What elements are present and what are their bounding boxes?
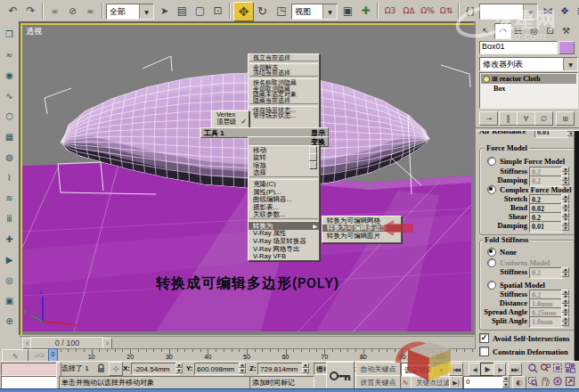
parameter-field[interactable]: 0.2	[529, 267, 563, 279]
remove-modifier-icon[interactable]: ∅	[534, 111, 553, 126]
radio-icon[interactable]	[487, 248, 496, 257]
spinner-control[interactable]	[561, 221, 569, 231]
mirror-icon[interactable]: ⋈	[540, 2, 556, 20]
snaps-toggle-3-icon[interactable]: Ω3	[381, 2, 399, 20]
pin-stack-icon[interactable]: ⊸	[479, 111, 498, 126]
object-color-swatch[interactable]	[559, 41, 575, 54]
select-and-move-icon[interactable]: ✥	[233, 2, 254, 21]
create-cloth-collection-icon[interactable]: ≈	[2, 47, 17, 62]
menu-item[interactable]: 缩放	[249, 161, 319, 169]
named-selection-sets-dropdown[interactable]: ▼	[479, 4, 538, 20]
reference-coord-dropdown-arrow-icon[interactable]: ▼	[322, 4, 337, 19]
radio-icon[interactable]	[487, 258, 496, 267]
settings-box-icon[interactable]	[309, 161, 317, 169]
create-rigid-body-collection-icon[interactable]: ❒	[2, 27, 17, 42]
menu-item[interactable]: V-Ray 场景转换器	[249, 238, 319, 246]
select-and-rotate-icon[interactable]: ↻	[253, 2, 272, 20]
create-soft-body-collection-icon[interactable]: ◉	[2, 68, 17, 83]
selection-set-arrow-icon[interactable]: ▼	[434, 363, 448, 376]
spinner-control[interactable]	[561, 176, 569, 185]
bind-to-space-warp-icon[interactable]: ≈	[82, 2, 99, 20]
reference-coord-dropdown[interactable]: 视图▼	[291, 4, 338, 20]
menu-item[interactable]: V-Ray 网格导出	[249, 245, 319, 253]
hierarchy-tab[interactable]: ☷	[510, 23, 526, 37]
menu-item[interactable]: 隐藏当前选择	[249, 97, 319, 103]
coord-x-field[interactable]: -204.54mm	[131, 363, 180, 375]
checkbox-icon[interactable]: ✓	[479, 333, 489, 343]
menu-item[interactable]: 转换为▶	[249, 222, 319, 230]
menu-item[interactable]: 转换为可编辑网格	[322, 216, 401, 225]
window-crossing-icon[interactable]: ⊡	[209, 2, 226, 20]
select-by-name-icon[interactable]: ▤	[174, 2, 191, 20]
previous-frame-icon[interactable]: ◀|	[469, 363, 481, 376]
select-and-manipulate-icon[interactable]: ✚	[357, 2, 374, 20]
play-icon[interactable]: ▶	[480, 363, 494, 376]
modifier-onoff-bulb-icon[interactable]	[483, 76, 490, 83]
modifier-stack-item[interactable]: ⊞reactor Cloth	[481, 74, 576, 84]
select-object-icon[interactable]: ➤	[156, 2, 173, 20]
parameter-field[interactable]: 0.01	[529, 221, 563, 233]
menu-item[interactable]: 曲线编辑器...	[249, 196, 319, 204]
time-slider-handle[interactable]: 0 / 100	[30, 337, 104, 349]
spinner-control[interactable]	[561, 316, 569, 326]
menu-item[interactable]: 孤立当前选择	[249, 54, 319, 61]
maximize-viewport-icon[interactable]	[564, 375, 575, 388]
coord-y-field[interactable]: 600.098mm	[194, 363, 243, 375]
arc-rotate-icon[interactable]	[551, 375, 563, 388]
zoom-extents-icon[interactable]	[551, 362, 563, 374]
time-configuration-icon[interactable]: ◐	[512, 376, 526, 389]
layer-manager-icon[interactable]: ≣	[574, 2, 579, 20]
configure-modifier-sets-icon[interactable]: ⊞	[556, 111, 575, 126]
spinner-down-icon[interactable]	[239, 368, 246, 373]
menu-item[interactable]: 转换为可编辑多边形	[322, 225, 401, 233]
select-and-link-icon[interactable]: ∞	[46, 2, 63, 20]
zoom-icon[interactable]	[526, 362, 538, 374]
object-name-field[interactable]: Box01	[479, 41, 558, 54]
spinner-down-icon[interactable]	[502, 382, 510, 388]
maxscript-listener-field[interactable]	[1, 376, 57, 389]
track-bar-selection-icon[interactable]: ⚆⚆	[32, 350, 46, 360]
next-frame-icon[interactable]: |▶	[493, 363, 506, 376]
undo-icon[interactable]: ↶	[4, 2, 21, 20]
zoom-region-icon[interactable]	[526, 375, 538, 388]
modifier-list-dropdown[interactable]: 修改器列表▼	[479, 57, 578, 71]
spinner-down-icon[interactable]	[175, 368, 183, 373]
checkbox-row[interactable]: ✓Avoid Self-Intersections	[479, 333, 577, 343]
named-selection-sets-dropdown-arrow-icon[interactable]: ▼	[523, 4, 537, 19]
menu-item[interactable]: 顶层级✓	[212, 118, 249, 126]
selection-filter-dropdown-arrow-icon[interactable]: ▼	[139, 4, 153, 19]
current-frame-marker[interactable]: 0	[48, 348, 58, 362]
menu-item[interactable]: V-Ray 属性	[249, 230, 319, 238]
coord-z-field[interactable]: 729.814mm	[257, 363, 306, 375]
current-frame-field[interactable]: 0	[463, 376, 503, 389]
create-water-icon[interactable]: ≋	[2, 191, 17, 206]
spinner-control[interactable]	[561, 267, 569, 277]
radio-icon[interactable]	[487, 281, 496, 290]
menu-item[interactable]: 移动	[249, 146, 319, 154]
checkbox-row[interactable]: Constrain Deformation	[479, 347, 577, 356]
menu-item[interactable]: 克隆(C)	[249, 180, 319, 188]
rollout-scrollbar[interactable]	[574, 131, 579, 361]
menu-item[interactable]: 转换为可编辑面片	[322, 232, 401, 240]
create-deforming-mesh-icon[interactable]: ⬡	[2, 109, 17, 124]
redo-icon[interactable]: ↷	[22, 2, 39, 20]
radio-row[interactable]: Simple Force Model	[487, 157, 579, 166]
create-rope-collection-icon[interactable]: ∿	[2, 88, 17, 103]
create-animation-icon[interactable]: ◎	[2, 273, 17, 288]
apply-softbody-modifier-icon[interactable]: ◍	[2, 150, 17, 165]
selection-lock-icon[interactable]	[95, 362, 107, 374]
display-tab[interactable]: ⊡	[542, 23, 558, 37]
spinner-down-icon[interactable]	[302, 368, 309, 373]
apply-cloth-modifier-icon[interactable]: ▦	[2, 129, 17, 144]
set-key-toggle[interactable]	[326, 362, 355, 389]
make-unique-icon[interactable]: ∀	[517, 111, 535, 126]
menu-item[interactable]: 旋转	[249, 154, 319, 162]
menu-item[interactable]: 冻结当前选择	[249, 69, 319, 76]
utilities-tab[interactable]: ⚒	[559, 23, 574, 37]
pan-icon[interactable]	[539, 375, 550, 388]
spinner-down-icon[interactable]	[561, 226, 569, 232]
rectangular-selection-region-icon[interactable]: ▢	[192, 2, 208, 20]
create-tab[interactable]: ↖	[478, 23, 493, 37]
menu-item[interactable]: 属性(P)...	[249, 188, 319, 196]
go-to-start-icon[interactable]: |◀◀	[449, 363, 463, 376]
